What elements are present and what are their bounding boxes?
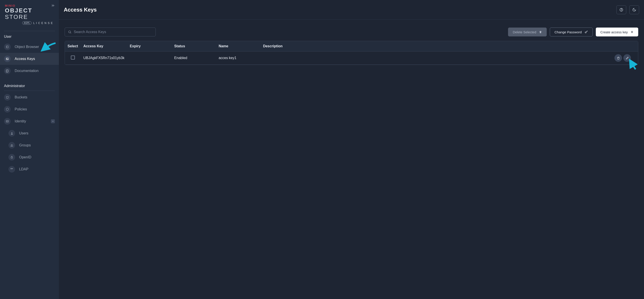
svg-rect-17 (11, 157, 13, 158)
pencil-icon (626, 56, 629, 60)
logo-store: STORE (5, 14, 28, 20)
cell-status: Enabled (172, 52, 216, 65)
help-button[interactable] (616, 5, 626, 14)
search-box[interactable] (65, 28, 156, 36)
groups-icon (8, 142, 15, 148)
license-row: AGPL LICENSE (5, 21, 54, 25)
openid-icon (8, 154, 15, 160)
collapse-sidebar-button[interactable] (51, 3, 56, 8)
sidebar-item-users[interactable]: Users (0, 127, 59, 139)
svg-rect-18 (11, 168, 12, 169)
search-input[interactable] (74, 30, 152, 34)
delete-selected-button[interactable]: Delete Selected (508, 28, 547, 36)
collapse-icon (52, 4, 55, 7)
sidebar-item-label: Users (19, 131, 55, 135)
identity-icon (4, 118, 11, 124)
svg-line-22 (70, 33, 71, 33)
row-delete-button[interactable] (614, 54, 622, 62)
documentation-icon (4, 68, 11, 74)
sidebar-item-label: LDAP (19, 167, 55, 171)
row-edit-button[interactable] (623, 54, 631, 62)
access-keys-table: Select Access Key Expiry Status Name Des… (65, 41, 638, 65)
svg-point-24 (585, 32, 586, 33)
cell-expiry (127, 52, 172, 65)
button-label: Create access key (600, 30, 628, 34)
svg-point-14 (11, 132, 12, 133)
section-title-admin: Administrator (0, 81, 59, 90)
sidebar-item-access-keys[interactable]: Access Keys (0, 53, 59, 65)
buckets-icon (4, 94, 11, 101)
logo-minio: MINIO (5, 4, 54, 7)
cell-description (260, 52, 607, 65)
users-icon (8, 130, 15, 136)
cell-actions (607, 52, 638, 65)
sidebar-item-label: Groups (19, 143, 55, 147)
chevron-up-icon (51, 119, 55, 123)
logo: MINIO OBJECT STORE AGPL LICENSE (5, 4, 54, 25)
table-header-row: Select Access Key Expiry Status Name Des… (65, 41, 638, 52)
sidebar-item-label: Object Browser (15, 45, 55, 49)
button-label: Change Password (554, 30, 582, 34)
table-row[interactable]: UBJAgkFX5Rn71s01yb3k Enabled acces key1 (65, 52, 638, 65)
sidebar-item-groups[interactable]: Groups (0, 139, 59, 151)
key-icon (584, 30, 588, 34)
sidebar-item-label: Documentation (15, 69, 55, 73)
policies-icon (4, 106, 11, 112)
sidebar: MINIO OBJECT STORE AGPL LICENSE User Obj… (0, 0, 59, 299)
logo-object: OBJECT (5, 7, 32, 14)
th-actions (607, 41, 638, 52)
logo-object-store: OBJECT STORE (5, 7, 54, 20)
access-keys-icon (4, 56, 11, 62)
svg-rect-23 (539, 31, 541, 32)
sidebar-item-object-browser[interactable]: Object Browser (0, 41, 59, 53)
th-access-key: Access Key (81, 41, 127, 52)
svg-point-21 (69, 31, 71, 33)
sidebar-item-label: Identity (15, 119, 47, 123)
sidebar-header: MINIO OBJECT STORE AGPL LICENSE (0, 0, 59, 28)
help-icon (619, 8, 623, 12)
cell-keyname: acces key1 (216, 52, 260, 65)
sidebar-item-ldap[interactable]: LDAP (0, 163, 59, 175)
section-title-user: User (0, 32, 59, 41)
moon-icon (632, 8, 636, 12)
search-icon (68, 30, 72, 34)
th-name: Name (216, 41, 260, 52)
page-title: Access Keys (64, 7, 97, 13)
create-access-key-button[interactable]: Create access key (596, 28, 638, 36)
sidebar-item-policies[interactable]: Policies (0, 103, 59, 115)
topbar-actions (616, 5, 639, 14)
th-select: Select (65, 41, 81, 52)
trash-icon (539, 30, 542, 34)
theme-toggle-button[interactable] (629, 5, 639, 14)
sidebar-item-label: Buckets (15, 95, 55, 99)
agpl-badge: AGPL (22, 21, 32, 25)
sidebar-item-label: OpenID (19, 155, 55, 159)
th-status: Status (172, 41, 216, 52)
object-browser-icon (4, 44, 11, 50)
row-checkbox[interactable] (71, 56, 75, 60)
svg-point-11 (7, 121, 7, 122)
license-text: LICENSE (33, 22, 54, 25)
cell-access-key: UBJAgkFX5Rn71s01yb3k (81, 52, 127, 65)
svg-point-16 (12, 144, 13, 145)
trash-icon (617, 56, 620, 60)
topbar: Access Keys (59, 0, 644, 20)
cell-select (65, 52, 81, 65)
th-expiry: Expiry (127, 41, 172, 52)
sidebar-item-buckets[interactable]: Buckets (0, 91, 59, 103)
sidebar-item-label: Access Keys (15, 57, 55, 61)
svg-point-5 (7, 58, 7, 59)
change-password-button[interactable]: Change Password (550, 28, 593, 36)
sidebar-item-documentation[interactable]: Documentation (0, 65, 59, 77)
plus-icon (630, 30, 634, 34)
ldap-icon (8, 166, 15, 172)
th-description: Description (260, 41, 607, 52)
button-label: Delete Selected (513, 30, 536, 34)
sidebar-item-label: Policies (15, 107, 55, 111)
svg-point-20 (621, 10, 621, 11)
svg-point-3 (7, 47, 7, 47)
main: Access Keys Delete Selected Chan (59, 0, 644, 299)
toolbar: Delete Selected Change Password Create a… (59, 20, 644, 41)
sidebar-item-identity[interactable]: Identity (0, 115, 59, 127)
sidebar-item-openid[interactable]: OpenID (0, 151, 59, 163)
